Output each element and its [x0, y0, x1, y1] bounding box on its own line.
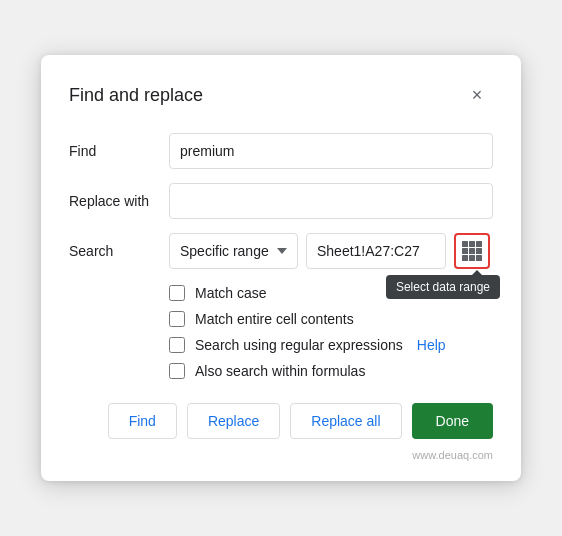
- match-case-checkbox[interactable]: [169, 285, 185, 301]
- regex-label[interactable]: Search using regular expressions: [195, 337, 403, 353]
- find-input[interactable]: [169, 133, 493, 169]
- grid-icon: [462, 241, 482, 261]
- dialog-header: Find and replace ×: [69, 79, 493, 111]
- formulas-checkbox[interactable]: [169, 363, 185, 379]
- range-input[interactable]: [306, 233, 446, 269]
- find-replace-dialog: Find and replace × Find Replace with Sea…: [41, 55, 521, 481]
- close-button[interactable]: ×: [461, 79, 493, 111]
- replace-label: Replace with: [69, 193, 169, 209]
- watermark: www.deuaq.com: [69, 449, 493, 461]
- done-button[interactable]: Done: [412, 403, 493, 439]
- replace-input[interactable]: [169, 183, 493, 219]
- find-row: Find: [69, 133, 493, 169]
- checkboxes-group: Match case Match entire cell contents Se…: [169, 285, 493, 379]
- help-link[interactable]: Help: [417, 337, 446, 353]
- search-dropdown[interactable]: All sheets This sheet Specific range: [169, 233, 298, 269]
- search-label: Search: [69, 243, 169, 259]
- select-range-button[interactable]: [454, 233, 490, 269]
- match-entire-row: Match entire cell contents: [169, 311, 493, 327]
- dialog-footer: Find Replace Replace all Done: [69, 403, 493, 439]
- formulas-row: Also search within formulas: [169, 363, 493, 379]
- replace-all-button[interactable]: Replace all: [290, 403, 401, 439]
- match-case-label[interactable]: Match case: [195, 285, 267, 301]
- find-button[interactable]: Find: [108, 403, 177, 439]
- formulas-label[interactable]: Also search within formulas: [195, 363, 365, 379]
- search-row: Search All sheets This sheet Specific ra…: [69, 233, 493, 269]
- regex-checkbox[interactable]: [169, 337, 185, 353]
- replace-row: Replace with: [69, 183, 493, 219]
- match-entire-label[interactable]: Match entire cell contents: [195, 311, 354, 327]
- match-entire-checkbox[interactable]: [169, 311, 185, 327]
- find-label: Find: [69, 143, 169, 159]
- tooltip: Select data range: [386, 275, 500, 299]
- dialog-title: Find and replace: [69, 85, 203, 106]
- regex-row: Search using regular expressions Help: [169, 337, 493, 353]
- replace-button[interactable]: Replace: [187, 403, 280, 439]
- search-controls: All sheets This sheet Specific range Sel…: [169, 233, 493, 269]
